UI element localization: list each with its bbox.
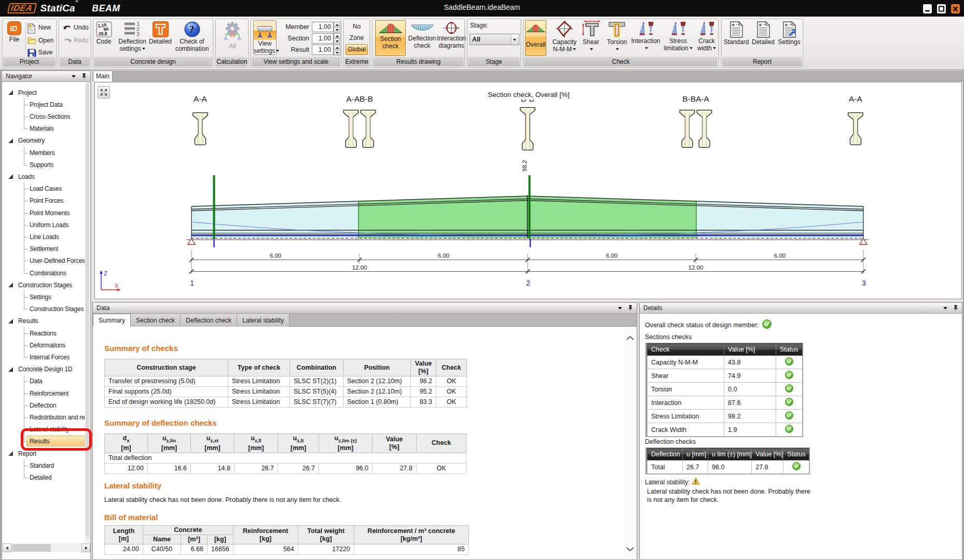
tree-item-loads[interactable]: Loads	[3, 171, 35, 183]
table-row[interactable]: 24.00C40/506.66166565641722085	[105, 544, 469, 555]
panel-menu-icon[interactable]	[618, 307, 622, 310]
report-detailed-button[interactable]: Detailed	[751, 21, 776, 46]
tree-item-uniform-loads[interactable]: Uniform Loads	[3, 219, 68, 231]
table-row[interactable]: End of design working life (18250.0d)Str…	[105, 397, 467, 408]
scroll-up-icon[interactable]	[625, 334, 636, 343]
tab-lateral-stability[interactable]: Lateral stability	[237, 314, 290, 327]
tree-item-point-moments[interactable]: Point Moments	[3, 207, 70, 219]
navigator-vertical-scrollbar[interactable]	[85, 82, 90, 543]
data-vertical-scrollbar[interactable]	[625, 327, 636, 558]
tree-item-settlement[interactable]: Settlement	[3, 243, 58, 255]
stage-dropdown-button[interactable]	[511, 35, 518, 44]
member-scale-stepper[interactable]	[334, 22, 340, 32]
tree-item-members[interactable]: Members	[3, 147, 55, 159]
report-settings-button[interactable]: Settings	[777, 21, 802, 46]
tree-item-data[interactable]: Data	[3, 375, 43, 387]
tree-item-settings[interactable]: Settings	[3, 291, 51, 303]
tree-item-detailed[interactable]: Detailed	[3, 472, 51, 483]
tree-item-cross-sections[interactable]: Cross-Sections	[3, 111, 71, 122]
check-capacity-button[interactable]: CapacityN-M-M	[549, 20, 580, 53]
table-row[interactable]: Shear74.9	[648, 369, 803, 383]
check-crack-width-button[interactable]: Crackwidth	[695, 20, 718, 52]
details-panel-header[interactable]: Details	[640, 303, 962, 314]
tree-expander-icon[interactable]	[8, 451, 13, 456]
tree-item-line-loads[interactable]: Line Loads	[3, 231, 59, 243]
tab-summary[interactable]: Summary	[93, 314, 131, 327]
tree-item-point-forces[interactable]: Point Forces	[3, 195, 63, 206]
tree-item-project[interactable]: Project	[3, 87, 37, 99]
section-check-button[interactable]: Sectioncheck	[375, 20, 406, 56]
maximize-button[interactable]	[937, 4, 946, 13]
extreme-no-option[interactable]: No	[344, 23, 369, 30]
tree-item-concrete-design-1d[interactable]: Concrete Design 1D	[3, 363, 72, 375]
navigator-header[interactable]: Navigator	[2, 71, 90, 82]
tree-item-geometry[interactable]: Geometry	[3, 135, 45, 146]
tree-item-combinations[interactable]: Combinations	[3, 268, 66, 279]
calculate-all-button[interactable]: All	[221, 20, 244, 50]
tree-item-reinforcement[interactable]: Reinforcement	[3, 388, 68, 399]
pin-icon[interactable]	[81, 73, 87, 79]
tree-item-deformations[interactable]: Deformations	[3, 340, 65, 351]
check-of-combination-button[interactable]: ? Check ofcombination	[171, 21, 213, 52]
undo-button[interactable]: Undo	[63, 23, 89, 32]
detailed-button[interactable]: Detailed	[146, 21, 174, 46]
open-button[interactable]: Open	[27, 36, 53, 45]
table-row[interactable]: Final supports (25.0d)Stress LimitationS…	[105, 387, 467, 397]
redo-button[interactable]: Redo	[63, 36, 89, 45]
file-button[interactable]: ID File	[4, 21, 24, 44]
tree-item-standard[interactable]: Standard	[3, 460, 54, 471]
tree-item-supports[interactable]: Supports	[3, 159, 53, 171]
member-scale-input[interactable]: 1.00	[312, 22, 334, 32]
check-interaction-button[interactable]: Interaction	[631, 20, 660, 52]
tree-item-internal-forces[interactable]: Internal Forces	[3, 352, 70, 363]
table-row[interactable]: Transfer of prestressing (5.0d)Stress Li…	[105, 376, 467, 387]
table-row[interactable]: Stress Limitation98.2	[648, 410, 803, 423]
deflection-check-button[interactable]: Deflectioncheck	[407, 20, 437, 56]
panel-menu-icon[interactable]	[72, 75, 76, 78]
panel-menu-icon[interactable]	[943, 307, 947, 310]
deflection-settings-button[interactable]: 1 2 3 Deflectionsettings	[115, 21, 149, 52]
expand-view-button[interactable]	[98, 86, 110, 99]
main-canvas[interactable]: 6.00 6.00 6.00 6.00 12.00 12.00 1 2 3 98…	[94, 82, 962, 299]
view-settings-button[interactable]: Viewsettings	[253, 20, 277, 55]
tree-item-materials[interactable]: Materials	[3, 123, 54, 134]
tree-expander-icon[interactable]	[8, 138, 13, 143]
result-scale-stepper[interactable]	[334, 45, 340, 55]
tree-expander-icon[interactable]	[8, 319, 13, 324]
tree-item-project-data[interactable]: Project Data	[3, 99, 63, 110]
table-row[interactable]: Capacity N-M-M43.8	[648, 356, 803, 369]
code-button[interactable]: 1,15 90 25.8 Code	[94, 21, 114, 46]
check-stress-limitation-button[interactable]: Stresslimitation	[662, 20, 694, 52]
minimize-button[interactable]	[923, 4, 932, 13]
section-scale-stepper[interactable]	[334, 33, 340, 44]
data-panel-header[interactable]: Data	[93, 303, 637, 314]
table-row[interactable]: Interaction87.6	[648, 396, 803, 410]
check-shear-button[interactable]: Shear	[580, 20, 602, 53]
tab-deflection-check[interactable]: Deflection check	[181, 314, 237, 327]
stage-dropdown[interactable]: All	[470, 34, 519, 45]
extreme-zone-option[interactable]: Zone	[344, 35, 369, 41]
tree-expander-icon[interactable]	[8, 367, 13, 372]
save-button[interactable]: Save	[27, 48, 52, 57]
tree-item-construction-stages[interactable]: Construction Stages	[3, 279, 72, 291]
tree-item-reactions[interactable]: Reactions	[3, 328, 57, 339]
navigator-horizontal-scrollbar[interactable]	[3, 543, 90, 552]
pin-icon[interactable]	[953, 304, 959, 311]
tree-expander-icon[interactable]	[8, 90, 13, 95]
report-standard-button[interactable]: Standard	[723, 21, 750, 46]
tree-expander-icon[interactable]	[8, 283, 13, 287]
table-row[interactable]: Total26.796.027.8	[648, 460, 809, 474]
result-scale-input[interactable]: 1.00	[312, 45, 334, 55]
tree-expander-icon[interactable]	[8, 174, 13, 179]
tree-item-user-defined-forces[interactable]: User-Defined Forces	[3, 255, 85, 267]
tree-item-results[interactable]: Results	[3, 315, 38, 327]
new-button[interactable]: New	[27, 23, 51, 32]
tree-item-redistribution-and-red[interactable]: Redistribution and red	[3, 412, 85, 423]
tab-section-check[interactable]: Section check	[131, 314, 181, 327]
check-torsion-button[interactable]: Torsion	[604, 20, 629, 53]
close-button[interactable]	[951, 4, 960, 13]
extreme-global-option[interactable]: Global	[346, 44, 368, 55]
table-row[interactable]: 12.0016.614.826.726.796.027.8OK	[105, 463, 466, 473]
section-scale-input[interactable]: 1.00	[312, 33, 334, 44]
scroll-down-icon[interactable]	[625, 545, 636, 553]
